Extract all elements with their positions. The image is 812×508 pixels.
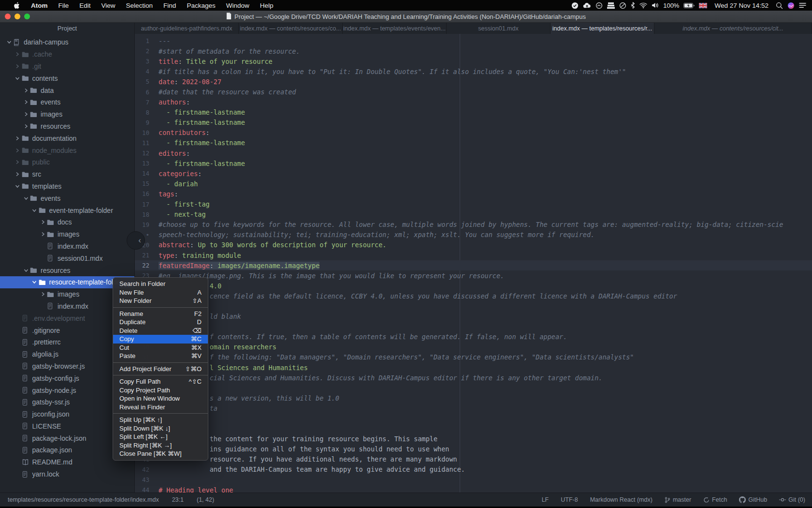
tree-item-event-template-folder[interactable]: event-template-folder bbox=[0, 204, 134, 216]
code-line-36[interactable]: 36 ta bbox=[135, 403, 812, 413]
chevron-down-icon[interactable] bbox=[22, 196, 30, 201]
menubar-item-atom[interactable]: Atom bbox=[26, 2, 53, 9]
code-line-38[interactable]: 38 bbox=[135, 424, 812, 434]
status-lf[interactable]: LF bbox=[542, 496, 549, 503]
code-line-15[interactable]: 15 - dariah bbox=[135, 179, 812, 189]
menubar-item-window[interactable]: Window bbox=[221, 2, 255, 9]
menubar-item-selection[interactable]: Selection bbox=[121, 2, 159, 9]
creative-cloud-icon[interactable] bbox=[595, 2, 603, 9]
chevron-right-icon[interactable] bbox=[14, 136, 22, 141]
tree-item-images[interactable]: images bbox=[0, 228, 134, 240]
menubar-item-view[interactable]: View bbox=[96, 2, 121, 9]
chevron-right-icon[interactable] bbox=[14, 160, 22, 164]
menu-item-split-up-k[interactable]: Split Up [⌘K ↑] bbox=[113, 416, 208, 424]
close-button[interactable] bbox=[5, 14, 11, 19]
code-line-1[interactable]: 1--- bbox=[135, 36, 812, 46]
menu-item-new-file[interactable]: New FileA bbox=[113, 288, 208, 297]
menu-item-copy-project-path[interactable]: Copy Project Path bbox=[113, 386, 208, 395]
code-line-10[interactable]: 10contributors: bbox=[135, 128, 812, 138]
github-button[interactable]: GitHub bbox=[739, 496, 767, 503]
selection-count[interactable]: (1, 42) bbox=[197, 496, 214, 503]
menu-item-split-down-k[interactable]: Split Down [⌘K ↓] bbox=[113, 424, 208, 433]
menu-item-new-folder[interactable]: New Folder⇧A bbox=[113, 297, 208, 305]
wifi-icon[interactable] bbox=[639, 2, 647, 8]
code-line-9[interactable]: 9 - firstname-lastname bbox=[135, 118, 812, 128]
siri-icon[interactable] bbox=[787, 2, 795, 9]
layers-icon[interactable] bbox=[607, 2, 615, 9]
check-circle-icon[interactable] bbox=[571, 2, 579, 9]
code-line-8[interactable]: 8 - firstname-lastname bbox=[135, 107, 812, 118]
menu-item-split-right-k[interactable]: Split Right [⌘K →] bbox=[113, 441, 208, 450]
menubar-item-file[interactable]: File bbox=[53, 2, 74, 9]
code-line-13[interactable]: 13 - firstname-lastname bbox=[135, 158, 812, 168]
tab-6[interactable]: index.mdx — contents/resources/cit... bbox=[654, 23, 812, 34]
code-line-30[interactable]: 30 omain researchers bbox=[135, 342, 812, 352]
git-branch[interactable]: master bbox=[665, 496, 691, 503]
tree-item-public[interactable]: public bbox=[0, 156, 134, 168]
code-line-7[interactable]: 7authors: bbox=[135, 97, 812, 107]
cursor-position[interactable]: 23:1 bbox=[172, 496, 184, 503]
code-line-34[interactable]: 34 bbox=[135, 383, 812, 393]
tree-item-contents[interactable]: contents bbox=[0, 72, 134, 84]
code-line-2[interactable]: 2#start of metadata for the resource. bbox=[135, 46, 812, 56]
tree-item-docs[interactable]: docs bbox=[0, 216, 134, 228]
menu-item-close-pane-k-w[interactable]: Close Pane [⌘K ⌘W] bbox=[113, 449, 208, 458]
minimize-button[interactable] bbox=[14, 14, 20, 19]
code-line-32[interactable]: 32 l Sciences and Humanities bbox=[135, 362, 812, 373]
tree-view-toggle[interactable]: ‹ bbox=[127, 231, 145, 250]
uk-flag-icon[interactable] bbox=[699, 3, 707, 8]
tree-item-images[interactable]: images bbox=[0, 108, 134, 120]
tree-item-resources[interactable]: resources bbox=[0, 120, 134, 133]
code-line-39[interactable]: 39 the content for your training resourc… bbox=[135, 434, 812, 444]
tab-3[interactable]: index.mdx — templates/events/even... bbox=[343, 23, 447, 34]
code-line-22[interactable]: 22featuredImage: images/imagename.imaget… bbox=[135, 260, 812, 270]
chevron-right-icon[interactable] bbox=[39, 220, 47, 224]
chevron-down-icon[interactable] bbox=[5, 40, 13, 45]
code-line-11[interactable]: 11 - firstname-lastname bbox=[135, 138, 812, 148]
apple-icon[interactable] bbox=[8, 2, 26, 9]
menubar-item-find[interactable]: Find bbox=[158, 2, 181, 9]
tab-1[interactable]: author-guidelines-pathfinders.mdx bbox=[135, 23, 239, 34]
chevron-right-icon[interactable] bbox=[14, 52, 22, 57]
tree-item-events[interactable]: events bbox=[0, 96, 134, 108]
code-line-21[interactable]: 21type: training module bbox=[135, 250, 812, 260]
code-line-18[interactable]: 18 - next-tag bbox=[135, 209, 812, 220]
chevron-right-icon[interactable] bbox=[14, 148, 22, 153]
menu-item-rename[interactable]: RenameF2 bbox=[113, 310, 208, 318]
chevron-right-icon[interactable] bbox=[39, 292, 47, 297]
tree-item-data[interactable]: data bbox=[0, 84, 134, 96]
tree-item-events[interactable]: events bbox=[0, 192, 134, 204]
code-line-23[interactable]: 23#eg. images/image.png. This is the ima… bbox=[135, 270, 812, 281]
code-line-37[interactable]: 37 bbox=[135, 413, 812, 423]
menu-item-duplicate[interactable]: DuplicateD bbox=[113, 318, 208, 327]
code-line-27[interactable]: 27 ld blank bbox=[135, 312, 812, 322]
menu-lines-icon[interactable] bbox=[799, 2, 806, 8]
chevron-down-icon[interactable] bbox=[14, 184, 22, 189]
chevron-down-icon[interactable] bbox=[22, 268, 30, 273]
menubar-item-packages[interactable]: Packages bbox=[181, 2, 220, 9]
text-editor[interactable]: 1---2#start of metadata for the resource… bbox=[135, 34, 812, 493]
tree-item-src[interactable]: src bbox=[0, 168, 134, 180]
menu-item-reveal-in-finder[interactable]: Reveal in Finder bbox=[113, 403, 208, 412]
code-line-26[interactable]: 26 bbox=[135, 301, 812, 311]
tree-item-documentation[interactable]: documentation bbox=[0, 132, 134, 144]
tab-2[interactable]: index.mdx — contents/resources/co... bbox=[239, 23, 343, 34]
chevron-right-icon[interactable] bbox=[22, 124, 30, 129]
code-line-33[interactable]: 33 cial Sciences and Humanities. Discuss… bbox=[135, 373, 812, 383]
code-line-•[interactable]: •speech-technology; sustainability; tei;… bbox=[135, 230, 812, 240]
tree-item-templates[interactable]: templates bbox=[0, 180, 134, 193]
chevron-right-icon[interactable] bbox=[22, 88, 30, 93]
code-line-41[interactable]: 41 resource. If you have additional need… bbox=[135, 454, 812, 464]
status-markdown-react-mdx-[interactable]: Markdown React (mdx) bbox=[590, 496, 652, 503]
fetch-button[interactable]: Fetch bbox=[703, 496, 727, 503]
code-line-31[interactable]: 31 f the following: "Data managers", "Do… bbox=[135, 352, 812, 362]
tree-item-index.mdx[interactable]: index.mdx bbox=[0, 240, 134, 253]
circle-slash-icon[interactable] bbox=[619, 2, 626, 9]
code-line-29[interactable]: 29 f contents. If true, then a table of … bbox=[135, 332, 812, 342]
menu-item-cut[interactable]: Cut⌘X bbox=[113, 344, 208, 352]
status-utf-8[interactable]: UTF-8 bbox=[561, 496, 578, 503]
chevron-right-icon[interactable] bbox=[14, 172, 22, 177]
chevron-right-icon[interactable] bbox=[22, 100, 30, 105]
window-titlebar[interactable]: Project — ~/Google Drive/TCD Work/DARIAH… bbox=[0, 11, 812, 23]
chevron-down-icon[interactable] bbox=[30, 280, 39, 284]
